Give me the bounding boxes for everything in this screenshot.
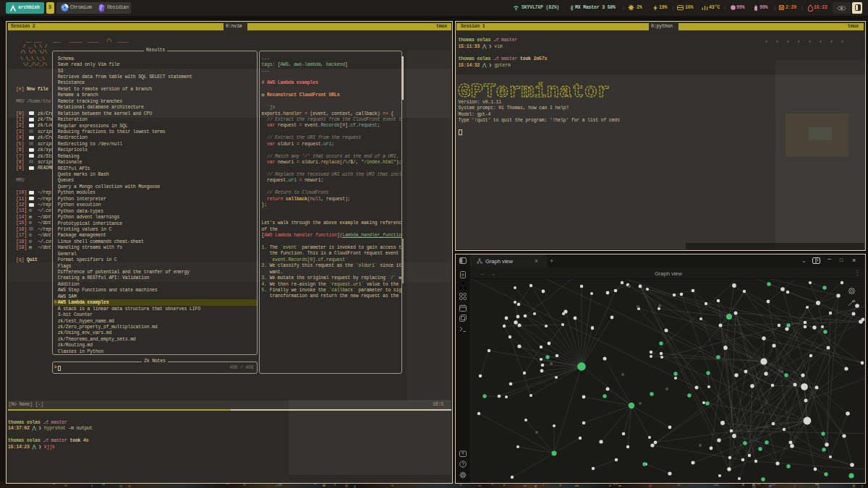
svg-text:GPTerminator: GPTerminator xyxy=(458,80,610,102)
